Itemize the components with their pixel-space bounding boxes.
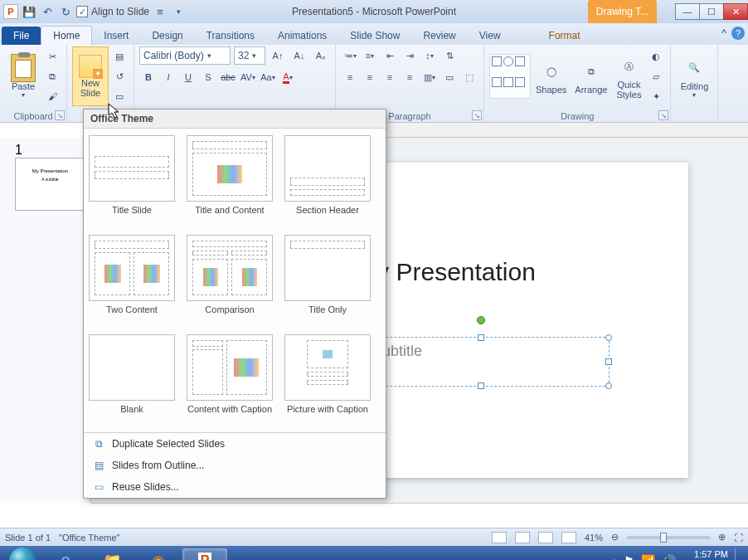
taskbar-explorer[interactable]: 📁: [90, 548, 134, 561]
align-center-icon[interactable]: ≡: [361, 68, 379, 86]
zoom-out-button[interactable]: ⊖: [611, 532, 619, 543]
shapes-button[interactable]: ◯ Shapes: [532, 46, 570, 106]
justify-icon[interactable]: ≡: [401, 68, 419, 86]
minimize-ribbon-icon[interactable]: ^: [721, 27, 726, 40]
slides-from-outline-item[interactable]: ▤Slides from Outline...: [84, 455, 386, 476]
font-size-combo[interactable]: 32▾: [234, 46, 265, 65]
decrease-indent-icon[interactable]: ⇤: [381, 46, 399, 65]
shrink-font-icon[interactable]: A↓: [290, 46, 308, 65]
align-icon[interactable]: ≡: [153, 4, 168, 19]
bullets-icon[interactable]: ≔▾: [341, 46, 359, 65]
cut-icon[interactable]: ✂: [43, 47, 61, 66]
tab-review[interactable]: Review: [411, 27, 467, 45]
taskbar-ie[interactable]: e: [43, 548, 88, 561]
notes-pane[interactable]: [91, 503, 748, 528]
sorter-view-button[interactable]: [515, 532, 530, 543]
layout-title-only[interactable]: Title Only: [284, 235, 371, 326]
clipboard-dialog-launcher[interactable]: ↘: [55, 110, 65, 120]
selection-handle[interactable]: [605, 334, 612, 341]
tab-insert[interactable]: Insert: [92, 27, 140, 45]
volume-icon[interactable]: 🔊: [662, 554, 676, 561]
tab-file[interactable]: File: [2, 27, 41, 45]
grow-font-icon[interactable]: A↑: [269, 46, 287, 65]
fit-to-window-button[interactable]: ⛶: [734, 533, 743, 543]
quick-styles-button[interactable]: Ⓐ Quick Styles: [612, 46, 645, 106]
show-desktop-button[interactable]: [735, 548, 741, 561]
layout-blank[interactable]: Blank: [89, 334, 175, 426]
text-direction-icon[interactable]: ⇅: [440, 46, 459, 65]
font-color-icon[interactable]: A▾: [279, 68, 297, 86]
section-icon[interactable]: ▭: [110, 87, 129, 105]
shape-outline-icon[interactable]: ▱: [647, 67, 665, 85]
strike-button[interactable]: abc: [219, 68, 237, 86]
shape-fill-icon[interactable]: ◐: [647, 47, 665, 66]
underline-button[interactable]: U: [179, 68, 197, 86]
start-button[interactable]: [3, 548, 41, 561]
columns-icon[interactable]: ▥▾: [420, 68, 439, 86]
copy-icon[interactable]: ⧉: [43, 67, 61, 85]
taskbar-media[interactable]: ◉: [136, 548, 181, 561]
align-text-icon[interactable]: ▭: [440, 68, 459, 86]
shape-effects-icon[interactable]: ✦: [647, 87, 665, 105]
flag-icon[interactable]: ⚑: [624, 554, 634, 561]
slideshow-view-button[interactable]: [561, 532, 576, 543]
layout-section-header[interactable]: Section Header: [284, 135, 371, 226]
redo-icon[interactable]: ↻: [58, 4, 73, 19]
reuse-slides-item[interactable]: ▭Reuse Slides...: [84, 476, 386, 498]
maximize-button[interactable]: ☐: [699, 3, 724, 20]
smartart-icon[interactable]: ⬚: [460, 68, 478, 86]
normal-view-button[interactable]: [492, 532, 507, 543]
layout-icon[interactable]: ▤: [110, 47, 129, 66]
italic-button[interactable]: I: [159, 68, 177, 86]
editing-button[interactable]: 🔍 Editing ▾: [676, 46, 712, 106]
paste-button[interactable]: Paste ▾: [5, 46, 41, 106]
font-name-combo[interactable]: Calibri (Body)▾: [139, 46, 231, 65]
minimize-button[interactable]: —: [675, 3, 700, 20]
layout-content-with-caption[interactable]: Content with Caption: [187, 334, 273, 426]
tab-transitions[interactable]: Transitions: [195, 27, 266, 45]
subtitle-placeholder[interactable]: A subtitle: [352, 337, 610, 387]
layout-comparison[interactable]: Comparison: [187, 235, 273, 326]
network-icon[interactable]: 📶: [641, 554, 655, 561]
clear-format-icon[interactable]: Aₓ: [312, 46, 330, 65]
tab-home[interactable]: Home: [41, 26, 92, 45]
line-spacing-icon[interactable]: ↕▾: [420, 46, 439, 65]
tab-format[interactable]: Format: [537, 27, 592, 45]
drawing-dialog-launcher[interactable]: ↘: [658, 110, 668, 120]
bold-button[interactable]: B: [139, 68, 158, 86]
align-left-icon[interactable]: ≡: [341, 68, 359, 86]
format-painter-icon[interactable]: 🖌: [43, 87, 61, 105]
zoom-slider[interactable]: [627, 536, 710, 539]
reset-icon[interactable]: ↺: [110, 67, 129, 85]
increase-indent-icon[interactable]: ⇥: [401, 46, 419, 65]
tray-up-icon[interactable]: ▴: [611, 554, 617, 561]
tab-design[interactable]: Design: [140, 27, 194, 45]
reading-view-button[interactable]: [538, 532, 553, 543]
undo-icon[interactable]: ↶: [40, 4, 55, 19]
layout-two-content[interactable]: Two Content: [89, 235, 175, 326]
new-slide-button[interactable]: ✦ New Slide: [72, 46, 109, 106]
shadow-button[interactable]: S: [199, 68, 217, 86]
selection-handle[interactable]: [478, 334, 484, 341]
tab-animations[interactable]: Animations: [266, 27, 338, 45]
taskbar-powerpoint[interactable]: P: [182, 548, 227, 561]
clock[interactable]: 1:57 PM 10/21/2010: [682, 549, 728, 560]
tab-view[interactable]: View: [468, 27, 512, 45]
align-right-icon[interactable]: ≡: [381, 68, 399, 86]
help-icon[interactable]: ?: [731, 27, 745, 40]
change-case-icon[interactable]: Aa▾: [259, 68, 277, 86]
selection-handle[interactable]: [605, 382, 612, 389]
save-icon[interactable]: 💾: [22, 4, 36, 19]
char-spacing-icon[interactable]: AV▾: [239, 68, 257, 86]
align-checkbox[interactable]: ✓: [76, 6, 88, 17]
paragraph-dialog-launcher[interactable]: ↘: [472, 110, 482, 120]
close-button[interactable]: ✕: [723, 3, 748, 20]
slide-thumbnail[interactable]: My Presentation A subtitle: [15, 158, 85, 211]
tab-slideshow[interactable]: Slide Show: [338, 27, 411, 45]
selection-handle[interactable]: [478, 382, 484, 389]
layout-title-slide[interactable]: Title Slide: [89, 135, 175, 226]
shapes-gallery[interactable]: [489, 54, 531, 99]
layout-title-and-content[interactable]: Title and Content: [187, 135, 273, 226]
qat-more-icon[interactable]: ▾: [171, 4, 186, 19]
selection-handle[interactable]: [605, 358, 612, 365]
